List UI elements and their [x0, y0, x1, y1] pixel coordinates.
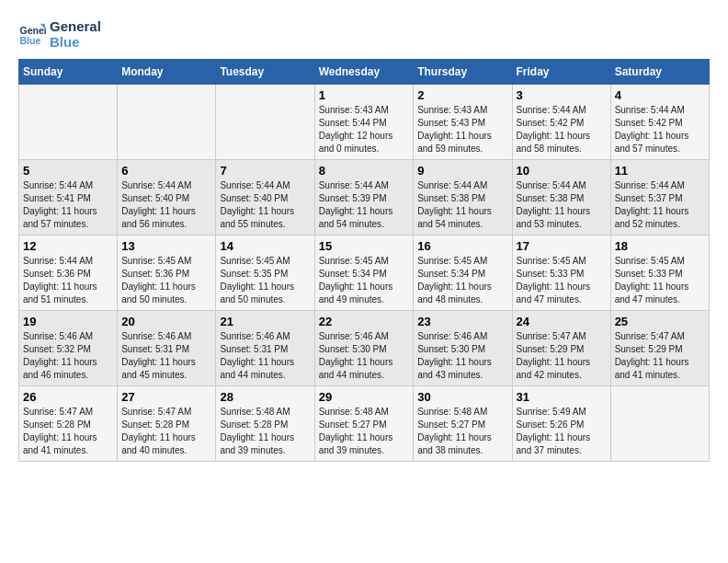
calendar-cell — [118, 85, 216, 160]
calendar-cell — [610, 386, 709, 462]
day-info: Sunrise: 5:45 AM Sunset: 5:34 PM Dayligh… — [417, 255, 507, 306]
day-number: 16 — [417, 239, 507, 253]
svg-text:Blue: Blue — [20, 35, 41, 46]
day-number: 30 — [417, 390, 507, 404]
calendar-cell: 9Sunrise: 5:44 AM Sunset: 5:38 PM Daylig… — [414, 160, 512, 236]
calendar-cell: 8Sunrise: 5:44 AM Sunset: 5:39 PM Daylig… — [314, 160, 414, 236]
day-number: 22 — [319, 315, 410, 328]
calendar-cell: 31Sunrise: 5:49 AM Sunset: 5:26 PM Dayli… — [512, 386, 610, 462]
day-info: Sunrise: 5:44 AM Sunset: 5:42 PM Dayligh… — [517, 104, 607, 155]
header-monday: Monday — [118, 60, 216, 85]
calendar-cell: 21Sunrise: 5:46 AM Sunset: 5:31 PM Dayli… — [216, 311, 314, 386]
logo-text-line2: Blue — [50, 34, 101, 50]
day-number: 2 — [417, 88, 507, 102]
calendar-cell: 13Sunrise: 5:45 AM Sunset: 5:36 PM Dayli… — [118, 236, 216, 311]
day-number: 10 — [517, 164, 607, 178]
day-info: Sunrise: 5:44 AM Sunset: 5:41 PM Dayligh… — [23, 179, 113, 231]
calendar-week-4: 19Sunrise: 5:46 AM Sunset: 5:32 PM Dayli… — [19, 311, 710, 386]
day-number: 7 — [220, 164, 310, 178]
calendar-cell: 28Sunrise: 5:48 AM Sunset: 5:28 PM Dayli… — [216, 386, 314, 462]
day-number: 28 — [220, 390, 310, 404]
day-number: 8 — [319, 164, 410, 178]
logo: General Blue General Blue — [18, 18, 101, 50]
day-info: Sunrise: 5:44 AM Sunset: 5:40 PM Dayligh… — [121, 179, 211, 231]
day-number: 25 — [615, 315, 705, 328]
calendar-cell: 22Sunrise: 5:46 AM Sunset: 5:30 PM Dayli… — [314, 311, 414, 386]
day-number: 5 — [23, 164, 113, 178]
day-info: Sunrise: 5:46 AM Sunset: 5:31 PM Dayligh… — [121, 330, 211, 382]
day-number: 4 — [615, 88, 705, 102]
day-number: 29 — [319, 390, 410, 404]
page-header: General Blue General Blue — [18, 18, 710, 50]
day-number: 27 — [121, 390, 211, 404]
day-info: Sunrise: 5:45 AM Sunset: 5:33 PM Dayligh… — [615, 255, 705, 306]
day-info: Sunrise: 5:46 AM Sunset: 5:31 PM Dayligh… — [220, 330, 310, 382]
day-number: 24 — [517, 315, 607, 328]
calendar-table: SundayMondayTuesdayWednesdayThursdayFrid… — [18, 59, 710, 462]
logo-icon: General Blue — [18, 20, 46, 48]
calendar-cell: 16Sunrise: 5:45 AM Sunset: 5:34 PM Dayli… — [414, 236, 512, 311]
calendar-cell: 5Sunrise: 5:44 AM Sunset: 5:41 PM Daylig… — [19, 160, 118, 236]
day-number: 11 — [615, 164, 705, 178]
calendar-cell: 20Sunrise: 5:46 AM Sunset: 5:31 PM Dayli… — [118, 311, 216, 386]
day-info: Sunrise: 5:43 AM Sunset: 5:44 PM Dayligh… — [319, 104, 410, 155]
calendar-cell: 1Sunrise: 5:43 AM Sunset: 5:44 PM Daylig… — [314, 85, 414, 160]
calendar-cell — [19, 85, 118, 160]
day-info: Sunrise: 5:44 AM Sunset: 5:40 PM Dayligh… — [220, 179, 310, 231]
calendar-week-2: 5Sunrise: 5:44 AM Sunset: 5:41 PM Daylig… — [19, 160, 710, 236]
calendar-cell: 24Sunrise: 5:47 AM Sunset: 5:29 PM Dayli… — [512, 311, 610, 386]
day-info: Sunrise: 5:47 AM Sunset: 5:28 PM Dayligh… — [121, 406, 211, 457]
day-number: 15 — [319, 239, 410, 253]
day-number: 14 — [220, 239, 310, 253]
calendar-week-3: 12Sunrise: 5:44 AM Sunset: 5:36 PM Dayli… — [19, 236, 710, 311]
day-number: 18 — [615, 239, 705, 253]
calendar-cell: 29Sunrise: 5:48 AM Sunset: 5:27 PM Dayli… — [314, 386, 414, 462]
calendar-cell: 27Sunrise: 5:47 AM Sunset: 5:28 PM Dayli… — [118, 386, 216, 462]
day-info: Sunrise: 5:44 AM Sunset: 5:37 PM Dayligh… — [615, 179, 705, 231]
calendar-cell: 15Sunrise: 5:45 AM Sunset: 5:34 PM Dayli… — [314, 236, 414, 311]
calendar-cell: 12Sunrise: 5:44 AM Sunset: 5:36 PM Dayli… — [19, 236, 118, 311]
day-info: Sunrise: 5:47 AM Sunset: 5:28 PM Dayligh… — [23, 406, 113, 457]
day-number: 3 — [517, 88, 607, 102]
calendar-cell: 26Sunrise: 5:47 AM Sunset: 5:28 PM Dayli… — [19, 386, 118, 462]
calendar-cell: 2Sunrise: 5:43 AM Sunset: 5:43 PM Daylig… — [414, 85, 512, 160]
day-info: Sunrise: 5:48 AM Sunset: 5:28 PM Dayligh… — [220, 406, 310, 457]
calendar-cell: 17Sunrise: 5:45 AM Sunset: 5:33 PM Dayli… — [512, 236, 610, 311]
calendar-cell: 30Sunrise: 5:48 AM Sunset: 5:27 PM Dayli… — [414, 386, 512, 462]
header-tuesday: Tuesday — [216, 60, 314, 85]
day-info: Sunrise: 5:44 AM Sunset: 5:36 PM Dayligh… — [23, 255, 113, 306]
calendar-cell: 4Sunrise: 5:44 AM Sunset: 5:42 PM Daylig… — [610, 85, 709, 160]
day-info: Sunrise: 5:47 AM Sunset: 5:29 PM Dayligh… — [615, 330, 705, 382]
day-info: Sunrise: 5:44 AM Sunset: 5:42 PM Dayligh… — [615, 104, 705, 155]
day-number: 13 — [121, 239, 211, 253]
day-info: Sunrise: 5:45 AM Sunset: 5:35 PM Dayligh… — [220, 255, 310, 306]
day-number: 19 — [23, 315, 113, 328]
header-sunday: Sunday — [19, 60, 118, 85]
calendar-cell: 3Sunrise: 5:44 AM Sunset: 5:42 PM Daylig… — [512, 85, 610, 160]
day-number: 20 — [121, 315, 211, 328]
calendar-cell: 6Sunrise: 5:44 AM Sunset: 5:40 PM Daylig… — [118, 160, 216, 236]
day-number: 23 — [417, 315, 507, 328]
day-number: 31 — [517, 390, 607, 404]
day-info: Sunrise: 5:44 AM Sunset: 5:39 PM Dayligh… — [319, 179, 410, 231]
day-info: Sunrise: 5:48 AM Sunset: 5:27 PM Dayligh… — [417, 406, 507, 457]
day-info: Sunrise: 5:45 AM Sunset: 5:36 PM Dayligh… — [121, 255, 211, 306]
day-info: Sunrise: 5:46 AM Sunset: 5:30 PM Dayligh… — [417, 330, 507, 382]
calendar-cell: 14Sunrise: 5:45 AM Sunset: 5:35 PM Dayli… — [216, 236, 314, 311]
calendar-cell — [216, 85, 314, 160]
day-info: Sunrise: 5:44 AM Sunset: 5:38 PM Dayligh… — [517, 179, 607, 231]
day-info: Sunrise: 5:46 AM Sunset: 5:32 PM Dayligh… — [23, 330, 113, 382]
logo-text-line1: General — [50, 18, 101, 34]
calendar-header-row: SundayMondayTuesdayWednesdayThursdayFrid… — [19, 60, 710, 85]
calendar-cell: 10Sunrise: 5:44 AM Sunset: 5:38 PM Dayli… — [512, 160, 610, 236]
day-number: 17 — [517, 239, 607, 253]
calendar-cell: 23Sunrise: 5:46 AM Sunset: 5:30 PM Dayli… — [414, 311, 512, 386]
header-friday: Friday — [512, 60, 610, 85]
day-info: Sunrise: 5:45 AM Sunset: 5:33 PM Dayligh… — [517, 255, 607, 306]
header-thursday: Thursday — [414, 60, 512, 85]
day-info: Sunrise: 5:47 AM Sunset: 5:29 PM Dayligh… — [517, 330, 607, 382]
day-number: 12 — [23, 239, 113, 253]
day-info: Sunrise: 5:45 AM Sunset: 5:34 PM Dayligh… — [319, 255, 410, 306]
calendar-cell: 25Sunrise: 5:47 AM Sunset: 5:29 PM Dayli… — [610, 311, 709, 386]
header-wednesday: Wednesday — [314, 60, 414, 85]
